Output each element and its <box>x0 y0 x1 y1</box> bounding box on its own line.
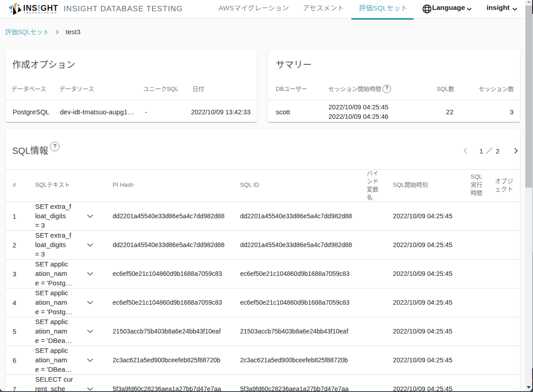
svg-text:INS!GHT: INS!GHT <box>23 4 59 13</box>
svg-text:TECHNOLOGIES: TECHNOLOGIES <box>24 12 58 14</box>
